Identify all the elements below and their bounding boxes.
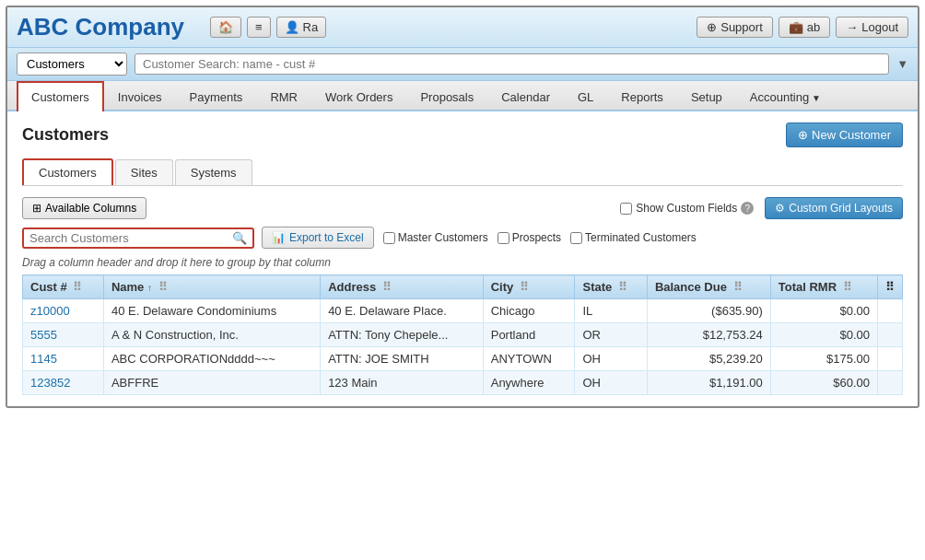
- nav-tab-rmr[interactable]: RMR: [256, 82, 311, 111]
- cell-cust-num[interactable]: 123852: [23, 371, 104, 395]
- user-button[interactable]: 👤 Ra: [276, 17, 327, 38]
- search-customers-input[interactable]: [29, 231, 232, 245]
- support-icon: ⊕: [707, 20, 717, 34]
- cell-address: ATTN: Tony Chepele...: [321, 323, 484, 347]
- master-customers-checkbox[interactable]: [383, 232, 395, 244]
- company-name: ABC Company: [17, 13, 184, 41]
- col-handle-address[interactable]: ⠿: [382, 280, 392, 294]
- cell-state: OH: [575, 371, 647, 395]
- cell-balance-due: $5,239.20: [647, 347, 770, 371]
- nav-tab-accounting[interactable]: Accounting: [736, 82, 835, 111]
- prospects-filter[interactable]: Prospects: [498, 231, 561, 244]
- ab-label: ab: [807, 20, 820, 34]
- col-header-balance-due[interactable]: Balance Due ⠿: [647, 275, 770, 299]
- col-header-name[interactable]: Name ↑ ⠿: [103, 275, 320, 299]
- prospects-checkbox[interactable]: [498, 232, 509, 244]
- table-row: 123852 ABFFRE 123 Main Anywhere OH $1,19…: [23, 371, 903, 395]
- cell-city: Chicago: [483, 299, 575, 323]
- sub-tab-systems[interactable]: Systems: [175, 159, 252, 185]
- home-icon: 🏠: [218, 20, 233, 34]
- col-handle-cust-num[interactable]: ⠿: [73, 280, 82, 294]
- user-icon: 👤: [285, 20, 299, 34]
- logout-button[interactable]: → Logout: [836, 17, 908, 38]
- cell-options[interactable]: [878, 371, 903, 395]
- custom-grid-button[interactable]: ⚙ Custom Grid Layouts: [765, 197, 903, 219]
- table-row: 1145 ABC CORPORATIONdddd~~~ ATTN: JOE SM…: [23, 347, 903, 371]
- search-icon[interactable]: 🔍: [232, 231, 247, 245]
- module-select[interactable]: Customers: [17, 52, 127, 76]
- cell-cust-num[interactable]: 1145: [23, 347, 104, 371]
- terminated-checkbox[interactable]: [570, 232, 582, 244]
- cust-num-link[interactable]: 1145: [30, 352, 57, 366]
- cell-total-rmr: $60.00: [770, 371, 877, 395]
- user-label: Ra: [303, 20, 319, 34]
- col-header-total-rmr[interactable]: Total RMR ⠿: [770, 275, 877, 299]
- nav-tab-calendar[interactable]: Calendar: [487, 82, 564, 111]
- sub-tab-sites[interactable]: Sites: [115, 159, 173, 185]
- cell-address: 40 E. Delaware Place.: [321, 299, 484, 323]
- show-custom-fields-label[interactable]: Show Custom Fields ?: [620, 202, 754, 215]
- custom-grid-label: Custom Grid Layouts: [789, 202, 893, 215]
- col-header-state[interactable]: State ⠿: [575, 275, 647, 299]
- gear-icon: ⚙: [775, 202, 785, 215]
- customers-table: Cust # ⠿ Name ↑ ⠿ Address ⠿ City ⠿: [22, 274, 903, 395]
- home-button[interactable]: 🏠: [210, 17, 241, 38]
- export-to-excel-button[interactable]: 📊 Export to Excel: [262, 227, 374, 249]
- cell-cust-num[interactable]: 5555: [23, 323, 104, 347]
- sub-tab-customers[interactable]: Customers: [22, 158, 113, 185]
- nav-tab-setup[interactable]: Setup: [677, 82, 736, 111]
- col-handle-state[interactable]: ⠿: [618, 280, 627, 294]
- available-columns-label: Available Columns: [45, 202, 136, 215]
- cell-state: IL: [575, 299, 647, 323]
- col-handle-balance-due[interactable]: ⠿: [733, 280, 743, 294]
- sort-icon-name: ↑: [147, 283, 152, 293]
- nav-tab-work-orders[interactable]: Work Orders: [311, 82, 406, 111]
- cell-cust-num[interactable]: z10000: [23, 299, 104, 323]
- available-columns-button[interactable]: ⊞ Available Columns: [22, 197, 146, 219]
- cell-city: Portland: [483, 323, 575, 347]
- export-label: Export to Excel: [289, 231, 364, 244]
- cell-address: ATTN: JOE SMITH: [321, 347, 484, 371]
- nav-tab-invoices[interactable]: Invoices: [104, 82, 176, 111]
- cell-balance-due: $1,191.00: [647, 371, 770, 395]
- logout-label: Logout: [861, 20, 898, 34]
- ab-button[interactable]: 💼 ab: [779, 17, 830, 38]
- cust-num-link[interactable]: z10000: [30, 304, 70, 318]
- cell-options[interactable]: [878, 347, 903, 371]
- cell-name: 40 E. Delaware Condominiums: [103, 299, 320, 323]
- col-header-address[interactable]: Address ⠿: [321, 275, 484, 299]
- col-header-city[interactable]: City ⠿: [483, 275, 575, 299]
- cell-state: OR: [575, 323, 647, 347]
- customer-search-input[interactable]: [135, 53, 889, 75]
- col-header-options[interactable]: ⠿: [878, 275, 903, 299]
- nav-tab-gl[interactable]: GL: [564, 82, 607, 111]
- cell-options[interactable]: [878, 323, 903, 347]
- cell-total-rmr: $0.00: [770, 323, 877, 347]
- support-button[interactable]: ⊕ Support: [697, 17, 773, 38]
- master-customers-filter[interactable]: Master Customers: [383, 231, 488, 244]
- col-handle-total-rmr[interactable]: ⠿: [843, 280, 852, 294]
- col-header-cust-num[interactable]: Cust # ⠿: [23, 275, 104, 299]
- page-title: Customers: [22, 125, 109, 145]
- nav-tab-proposals[interactable]: Proposals: [406, 82, 487, 111]
- col-handle-city[interactable]: ⠿: [520, 280, 529, 294]
- table-row: z10000 40 E. Delaware Condominiums 40 E.…: [23, 299, 903, 323]
- list-button[interactable]: ≡: [247, 17, 271, 38]
- show-custom-fields-checkbox[interactable]: [620, 203, 632, 215]
- cell-city: Anywhere: [483, 371, 575, 395]
- terminated-customers-filter[interactable]: Terminated Customers: [570, 231, 697, 244]
- grid-icon: ⊞: [32, 202, 41, 215]
- col-handle-name[interactable]: ⠿: [158, 280, 168, 294]
- sub-tabs: Customers Sites Systems: [22, 158, 903, 186]
- new-customer-button[interactable]: ⊕ New Customer: [786, 122, 903, 147]
- cell-options[interactable]: [878, 299, 903, 323]
- cust-num-link[interactable]: 123852: [30, 376, 70, 390]
- cell-address: 123 Main: [321, 371, 484, 395]
- cust-num-link[interactable]: 5555: [30, 328, 57, 342]
- briefcase-icon: 💼: [789, 20, 803, 34]
- nav-tab-payments[interactable]: Payments: [176, 82, 257, 111]
- nav-tab-customers[interactable]: Customers: [17, 81, 104, 111]
- nav-tab-reports[interactable]: Reports: [607, 82, 677, 111]
- cell-total-rmr: $0.00: [770, 299, 877, 323]
- dropdown-icon: ▼: [896, 57, 908, 71]
